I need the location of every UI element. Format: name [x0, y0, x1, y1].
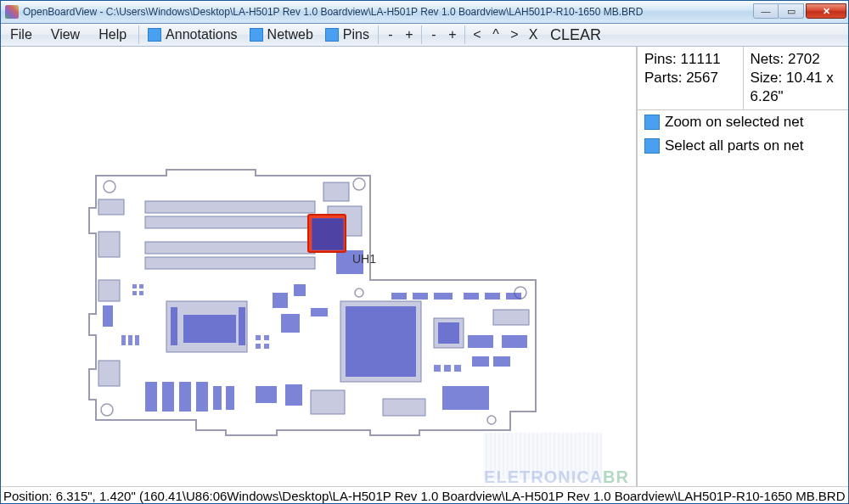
svg-rect-64	[256, 344, 261, 349]
nets-value: 2702	[788, 51, 820, 67]
stats-column-left: Pins: 11111 Parts: 2567	[638, 47, 744, 109]
svg-rect-63	[264, 335, 269, 340]
svg-rect-61	[135, 335, 139, 345]
svg-rect-12	[98, 280, 120, 301]
app-name: OpenBoardView	[23, 6, 97, 18]
svg-rect-6	[145, 201, 315, 213]
svg-rect-40	[285, 384, 302, 406]
svg-rect-54	[383, 399, 425, 416]
toolbar: File View Help Annotations Netweb Pins -…	[1, 24, 848, 47]
menu-file[interactable]: File	[1, 24, 42, 46]
svg-rect-43	[413, 293, 428, 300]
netweb-label: Netweb	[267, 27, 313, 42]
maximize-button[interactable]: ▭	[779, 3, 804, 19]
svg-rect-9	[145, 257, 315, 269]
selected-part-label: UH1	[352, 252, 376, 266]
clear-button[interactable]: CLEAR	[543, 25, 609, 44]
pins-value: 11111	[681, 51, 721, 67]
window-controls: — ▭ ✕	[753, 5, 848, 19]
svg-rect-60	[128, 335, 132, 345]
svg-rect-59	[121, 335, 126, 345]
zoom-on-net-label: Zoom on selected net	[665, 114, 803, 131]
watermark-suffix: BR	[603, 468, 629, 486]
svg-rect-22	[183, 315, 236, 343]
checkbox-icon	[148, 28, 161, 42]
svg-rect-30	[346, 306, 416, 377]
svg-rect-28	[311, 308, 328, 316]
netweb-toggle[interactable]: Netweb	[244, 27, 319, 42]
plus-button-2[interactable]: +	[443, 25, 462, 44]
zoom-on-net-toggle[interactable]: Zoom on selected net	[638, 110, 848, 134]
select-all-parts-toggle[interactable]: Select all parts on net	[638, 134, 848, 158]
svg-rect-27	[281, 314, 300, 333]
svg-rect-8	[145, 242, 315, 254]
annotations-toggle[interactable]: Annotations	[142, 27, 244, 42]
nets-stat: Nets: 2702	[751, 50, 842, 69]
svg-rect-39	[256, 386, 277, 403]
stats-column-right: Nets: 2702 Size: 10.41 x 6.26"	[744, 47, 849, 109]
content-area: UH1 ELETRONICABR Pins: 11111 Parts: 2567…	[1, 47, 848, 486]
menu-help[interactable]: Help	[89, 24, 136, 46]
svg-rect-10	[98, 199, 124, 215]
uh1-pins	[312, 219, 343, 249]
svg-rect-48	[493, 310, 529, 325]
nav-left-button[interactable]: <	[468, 25, 486, 44]
checkbox-icon	[250, 28, 263, 42]
board-canvas[interactable]: UH1 ELETRONICABR	[1, 47, 638, 486]
svg-point-0	[104, 181, 115, 193]
separator	[421, 25, 422, 44]
checkbox-icon	[644, 115, 660, 130]
svg-rect-68	[454, 365, 461, 372]
svg-rect-14	[98, 361, 120, 386]
svg-rect-25	[273, 293, 288, 308]
svg-rect-38	[226, 386, 234, 410]
svg-rect-23	[171, 307, 177, 345]
annotations-label: Annotations	[166, 27, 238, 42]
svg-rect-41	[311, 390, 345, 414]
svg-rect-42	[391, 293, 407, 300]
minimize-button[interactable]: —	[753, 3, 779, 19]
svg-point-4	[355, 288, 363, 297]
parts-stat: Parts: 2567	[644, 69, 736, 87]
svg-rect-55	[132, 284, 137, 288]
svg-rect-20	[312, 219, 343, 249]
svg-rect-52	[493, 356, 510, 367]
svg-rect-49	[468, 335, 493, 348]
svg-rect-37	[213, 386, 222, 410]
svg-rect-66	[434, 365, 441, 372]
svg-rect-35	[179, 382, 191, 412]
svg-rect-7	[145, 216, 315, 228]
svg-rect-65	[264, 344, 269, 349]
pins-toggle[interactable]: Pins	[319, 27, 375, 42]
svg-rect-33	[145, 382, 157, 412]
svg-rect-56	[139, 284, 143, 288]
status-bar: Position: 6.315", 1.420" (160.41\U86:06W…	[1, 486, 848, 504]
watermark-brand: ELETRONICA	[484, 468, 603, 486]
svg-rect-44	[434, 293, 453, 300]
pins-label: Pins:	[644, 51, 677, 67]
size-stat: Size: 10.41 x 6.26"	[751, 69, 842, 106]
zoom-out-button[interactable]: -	[381, 25, 400, 44]
nav-right-button[interactable]: >	[505, 25, 524, 44]
minus-button-2[interactable]: -	[424, 25, 443, 44]
app-icon	[5, 5, 19, 19]
separator	[138, 25, 139, 44]
board-svg	[86, 165, 561, 454]
close-button[interactable]: ✕	[806, 3, 846, 19]
status-text: Position: 6.315", 1.420" (160.41\U86:06W…	[3, 489, 845, 503]
svg-rect-26	[294, 284, 306, 296]
x-button[interactable]: X	[524, 25, 543, 44]
svg-rect-51	[472, 356, 489, 367]
zoom-in-button[interactable]: +	[400, 25, 419, 44]
checkbox-icon	[644, 138, 660, 154]
svg-rect-15	[323, 182, 349, 201]
svg-rect-45	[464, 293, 479, 300]
parts-label: Parts:	[644, 70, 682, 86]
nav-up-button[interactable]: ^	[486, 25, 505, 44]
svg-point-1	[353, 178, 365, 190]
menu-view[interactable]: View	[42, 24, 89, 46]
pins-label: Pins	[343, 27, 369, 42]
svg-rect-58	[139, 291, 143, 295]
parts-value: 2567	[686, 70, 718, 86]
svg-rect-46	[485, 293, 500, 300]
